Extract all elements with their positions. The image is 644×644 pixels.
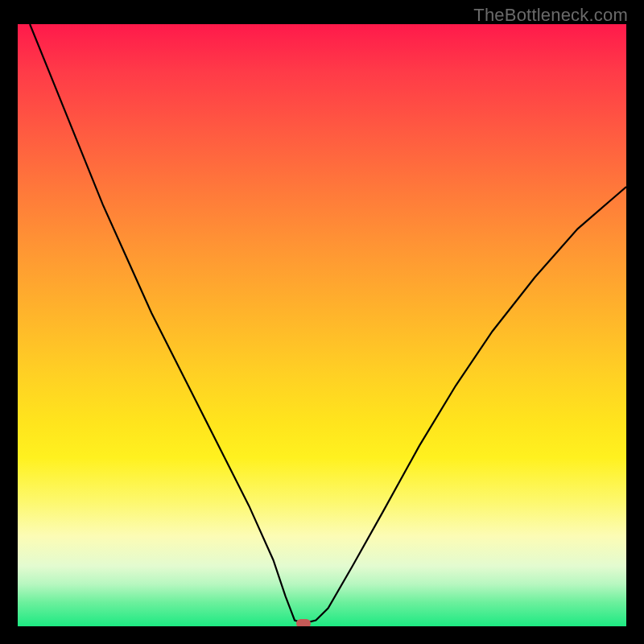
chart-frame: TheBottleneck.com <box>0 0 644 644</box>
curve-svg <box>18 24 626 626</box>
plot-area <box>18 24 626 626</box>
bottleneck-curve <box>30 24 626 623</box>
watermark-text: TheBottleneck.com <box>473 5 628 26</box>
optimal-marker <box>296 619 311 626</box>
